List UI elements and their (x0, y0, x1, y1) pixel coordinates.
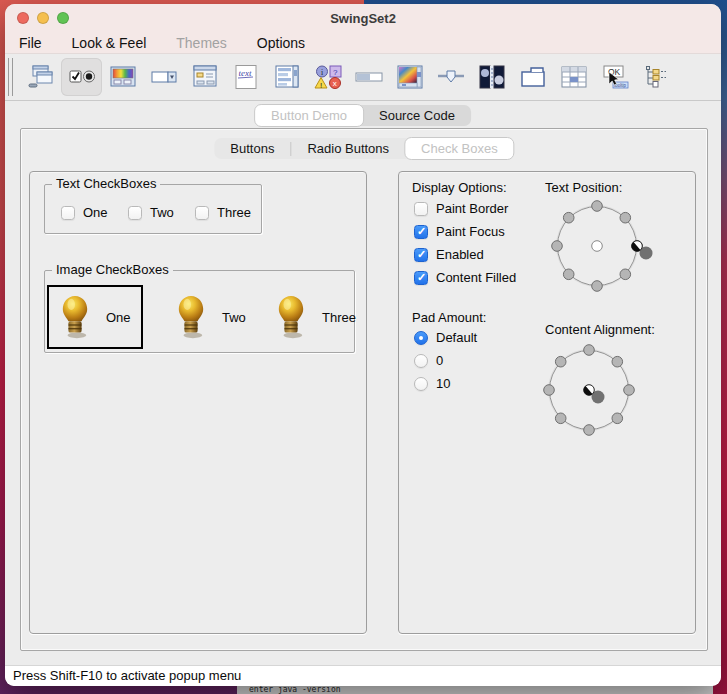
toolbar-button-slider[interactable] (430, 58, 471, 96)
slider-icon (436, 64, 466, 90)
enabled-label: Enabled (436, 247, 484, 262)
title-bar[interactable]: SwingSet2 (5, 4, 721, 32)
content-alignment-dot-south[interactable] (584, 425, 595, 436)
checkbox-three[interactable]: Three (195, 205, 246, 220)
content-alignment-dot-west[interactable] (544, 385, 555, 396)
tab-button-demo[interactable]: Button Demo (254, 104, 364, 127)
text-position-selector[interactable] (545, 196, 657, 300)
paint-border-label: Paint Border (436, 201, 508, 216)
pad-zero[interactable]: 0 (414, 353, 443, 368)
text-position-dot-southwest[interactable] (563, 269, 574, 280)
toolbar-button-tabbed-pane[interactable] (512, 58, 553, 96)
toolbar-button-split-pane[interactable] (471, 58, 512, 96)
paint-focus-checkbox[interactable] (414, 225, 428, 239)
toolbar-button-html-text[interactable]: text (225, 58, 266, 96)
swingset2-window: SwingSet2 File Look & Feel Themes Option… (5, 4, 721, 686)
checkbox-two-box[interactable] (128, 206, 142, 220)
text-position-dot-center[interactable] (592, 241, 603, 252)
minimize-button[interactable] (37, 12, 49, 24)
checkbox-three-box[interactable] (195, 206, 209, 220)
svg-text:?: ? (333, 68, 338, 77)
close-button[interactable] (17, 12, 29, 24)
content-alignment-dot-northeast[interactable] (612, 356, 623, 367)
text-position-dot-west[interactable] (552, 241, 563, 252)
traffic-lights (17, 12, 69, 24)
tool-tip-icon: OK tooltip (600, 64, 630, 90)
toolbar-button-progress-bar[interactable] (348, 58, 389, 96)
internal-frame-icon (26, 64, 56, 90)
text-position-dot-southeast[interactable] (620, 269, 631, 280)
content-alignment-selector[interactable] (537, 340, 649, 444)
toolbar-button-color-chooser[interactable] (102, 58, 143, 96)
menu-file[interactable]: File (19, 35, 42, 51)
image-checkbox-two[interactable]: Two (163, 285, 258, 349)
text-position-selected-marker (630, 241, 653, 260)
image-checkbox-two-label: Two (222, 310, 246, 325)
pad-zero-radio[interactable] (414, 354, 428, 368)
tab-check-boxes[interactable]: Check Boxes (404, 137, 515, 160)
svg-text:text: text (238, 68, 251, 78)
checkbox-one-box[interactable] (61, 206, 75, 220)
pad-ten-radio[interactable] (414, 377, 428, 391)
toolbar-button-list[interactable] (266, 58, 307, 96)
checkboxes-panel: Text CheckBoxes One Two Three (29, 171, 367, 634)
file-chooser-icon (190, 64, 220, 90)
text-position-dot-northwest[interactable] (563, 212, 574, 223)
pad-ten[interactable]: 10 (414, 376, 450, 391)
content-alignment-dot-north[interactable] (584, 345, 595, 356)
toolbar-button-scroll-pane[interactable] (389, 58, 430, 96)
html-text-icon: text (231, 64, 261, 90)
text-position-dot-northeast[interactable] (620, 212, 631, 223)
text-position-dot-north[interactable] (592, 201, 603, 212)
toolbar-button-combo-box[interactable] (143, 58, 184, 96)
toolbar-button-file-chooser[interactable] (184, 58, 225, 96)
option-enabled[interactable]: Enabled (414, 247, 484, 262)
toolbar-button-option-pane[interactable]: i ? ! x (307, 58, 348, 96)
image-checkbox-three[interactable]: Three (263, 285, 368, 349)
status-text: Press Shift-F10 to activate popup menu (13, 668, 241, 683)
tabbed-pane-icon (518, 64, 548, 90)
image-checkbox-one[interactable]: One (47, 285, 143, 349)
toolbar-button-tree[interactable] (635, 58, 676, 96)
tab-buttons[interactable]: Buttons (214, 138, 290, 159)
checkbox-two-label: Two (150, 205, 174, 220)
enabled-checkbox[interactable] (414, 248, 428, 262)
content-alignment-dot-southeast[interactable] (612, 413, 623, 424)
menu-look-and-feel[interactable]: Look & Feel (72, 35, 147, 51)
tab-source-code[interactable]: Source Code (363, 105, 471, 126)
svg-text:!: ! (320, 81, 322, 90)
content-alignment-dot-northwest[interactable] (555, 356, 566, 367)
pad-default-radio[interactable] (414, 331, 428, 345)
checkbox-two[interactable]: Two (128, 205, 179, 220)
content-alignment-dot-east[interactable] (624, 385, 635, 396)
zoom-button[interactable] (57, 12, 69, 24)
pad-default[interactable]: Default (414, 330, 477, 345)
toolbar-button-tool-tip[interactable]: OK tooltip (594, 58, 635, 96)
option-paint-focus[interactable]: Paint Focus (414, 224, 505, 239)
text-position-dot-south[interactable] (592, 281, 603, 292)
paint-focus-label: Paint Focus (436, 224, 505, 239)
pad-amount-label: Pad Amount: (412, 310, 486, 325)
paint-border-checkbox[interactable] (414, 202, 428, 216)
button-type-tab-bar: Buttons Radio Buttons Check Boxes (214, 138, 513, 159)
checkbox-one[interactable]: One (61, 205, 112, 220)
image-checkbox-one-label: One (106, 310, 131, 325)
toolbar-button-table[interactable] (553, 58, 594, 96)
option-paint-border[interactable]: Paint Border (414, 201, 508, 216)
content-alignment-dot-southwest[interactable] (555, 413, 566, 424)
window-chrome: SwingSet2 File Look & Feel Themes Option… (5, 4, 721, 54)
button-demo-icon (67, 64, 97, 90)
toolbar-button-internal-frame[interactable] (20, 58, 61, 96)
tab-radio-buttons[interactable]: Radio Buttons (291, 138, 405, 159)
toolbar-button-button-demo[interactable] (61, 58, 102, 96)
image-checkboxes-title: Image CheckBoxes (52, 262, 173, 277)
menu-options[interactable]: Options (257, 35, 305, 51)
split-pane-icon (477, 64, 507, 90)
content-filled-checkbox[interactable] (414, 271, 428, 285)
list-icon (272, 64, 302, 90)
toolbar-drag-handle[interactable] (8, 58, 13, 96)
text-checkboxes-group: Text CheckBoxes One Two Three (44, 184, 262, 234)
combo-box-icon (149, 64, 179, 90)
option-content-filled[interactable]: Content Filled (414, 270, 516, 285)
controls-panel: Display Options: Paint Border Paint Focu… (398, 171, 696, 634)
